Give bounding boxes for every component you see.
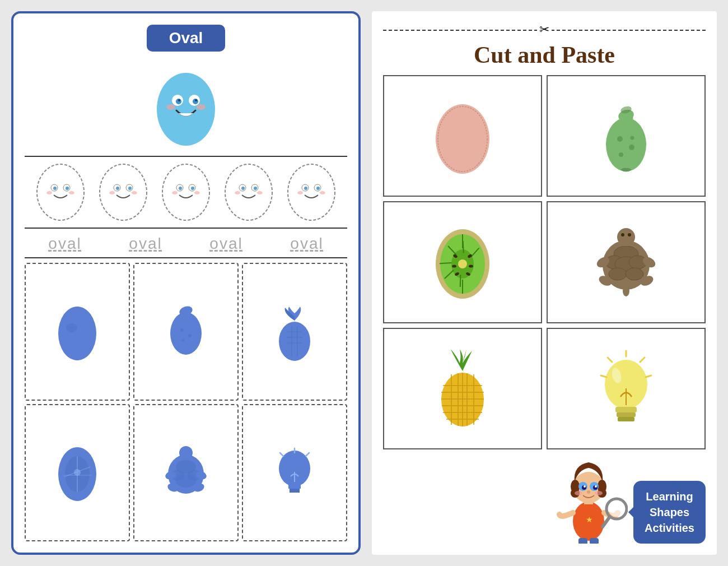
svg-point-30 [225, 164, 272, 220]
badge-line1: Learning [645, 489, 694, 504]
svg-point-84 [617, 136, 623, 142]
svg-rect-137 [615, 407, 637, 412]
shape-cell-lightbulb [242, 404, 347, 542]
svg-point-36 [257, 191, 263, 194]
svg-point-49 [180, 328, 184, 332]
image-cell-pineapple [383, 328, 542, 449]
svg-point-23 [162, 164, 209, 220]
svg-rect-48 [181, 311, 190, 323]
image-cell-kiwi [383, 201, 542, 323]
svg-point-26 [179, 187, 182, 190]
svg-point-162 [575, 491, 582, 495]
svg-point-33 [241, 187, 245, 190]
right-panel: ✂ Cut and Paste [372, 11, 717, 555]
svg-text:★: ★ [586, 515, 593, 524]
svg-point-165 [609, 501, 624, 517]
svg-point-105 [469, 265, 473, 267]
svg-point-28 [172, 191, 178, 194]
svg-point-50 [188, 334, 192, 337]
svg-point-7 [166, 104, 175, 110]
svg-rect-168 [590, 538, 599, 544]
svg-point-12 [53, 187, 57, 190]
svg-point-35 [235, 191, 240, 194]
svg-point-114 [626, 268, 643, 280]
images-grid [383, 75, 706, 449]
svg-point-5 [178, 99, 180, 101]
svg-line-144 [608, 358, 612, 362]
oval-character [150, 60, 222, 150]
oval-title: Oval [147, 25, 226, 52]
scissors-header: ✂ [383, 22, 706, 37]
svg-rect-75 [288, 484, 301, 489]
svg-point-43 [320, 191, 325, 194]
badge-line3: Activities [645, 520, 694, 536]
word-trace-2: oval [129, 235, 162, 253]
svg-rect-139 [618, 417, 634, 421]
image-cell-egg [383, 75, 542, 197]
left-panel: Oval [11, 11, 361, 555]
svg-point-8 [197, 104, 206, 110]
svg-point-22 [132, 191, 137, 194]
svg-point-16 [100, 164, 147, 220]
svg-point-159 [584, 485, 586, 488]
svg-point-29 [194, 191, 200, 194]
svg-point-15 [69, 191, 74, 194]
svg-line-146 [601, 375, 606, 377]
svg-point-123 [623, 285, 629, 296]
main-container: Oval [11, 11, 717, 555]
svg-line-143 [640, 358, 645, 362]
word-trace-area: oval oval oval oval [25, 232, 347, 258]
word-trace-3: oval [209, 235, 242, 253]
svg-point-41 [316, 187, 320, 190]
svg-point-104 [452, 265, 456, 267]
svg-point-14 [46, 191, 52, 194]
svg-rect-76 [290, 489, 300, 493]
svg-point-63 [74, 469, 81, 476]
svg-point-81 [436, 104, 489, 174]
bottom-section: ★ [383, 454, 706, 544]
shape-cell-pineapple [242, 263, 347, 401]
svg-point-19 [116, 187, 119, 190]
svg-point-68 [176, 474, 196, 488]
svg-point-9 [37, 164, 84, 220]
svg-point-163 [595, 491, 603, 495]
svg-point-69 [179, 446, 193, 460]
shape-cell-kiwi [25, 404, 130, 542]
svg-point-20 [128, 187, 132, 190]
svg-point-160 [595, 485, 597, 488]
svg-point-37 [288, 164, 335, 220]
svg-line-79 [280, 453, 283, 456]
svg-point-34 [254, 187, 257, 190]
svg-rect-167 [578, 538, 587, 544]
svg-point-117 [628, 233, 631, 236]
svg-point-40 [304, 187, 307, 190]
cut-paste-title: Cut and Paste [383, 41, 706, 68]
svg-point-27 [191, 187, 194, 190]
svg-point-45 [66, 323, 77, 332]
svg-point-0 [157, 73, 215, 146]
svg-point-42 [297, 191, 303, 194]
svg-point-21 [109, 191, 115, 194]
svg-line-78 [306, 453, 309, 456]
learning-badge: Learning Shapes Activities [633, 481, 706, 544]
svg-point-113 [609, 268, 627, 280]
svg-point-6 [195, 99, 197, 101]
image-cell-lightbulb [547, 328, 706, 449]
svg-point-83 [606, 118, 646, 171]
image-cell-candy [547, 75, 706, 197]
svg-rect-118 [622, 238, 631, 246]
word-trace-1: oval [48, 235, 81, 253]
shape-cell-candy [133, 263, 239, 401]
shape-cell-egg [25, 263, 130, 401]
girl-figure: ★ [549, 454, 628, 544]
svg-rect-138 [617, 412, 636, 417]
shapes-grid [25, 263, 347, 541]
svg-point-101 [458, 259, 467, 268]
svg-point-86 [619, 152, 623, 157]
tracing-area [25, 156, 347, 229]
svg-point-161 [587, 490, 590, 494]
shape-cell-turtle [133, 404, 239, 542]
image-cell-turtle [547, 201, 706, 323]
svg-point-51 [182, 338, 185, 341]
svg-point-85 [629, 145, 634, 150]
